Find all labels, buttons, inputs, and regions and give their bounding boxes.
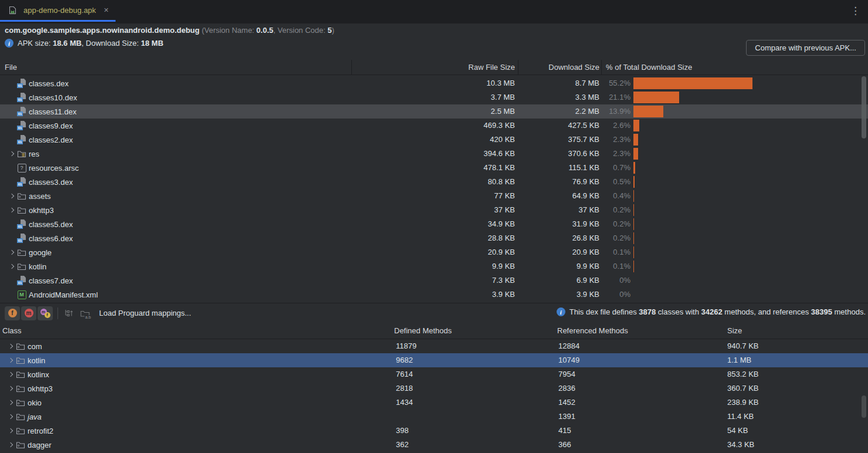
pct-of-total-value: 0.7%: [613, 161, 630, 175]
show-methods-toggle[interactable]: m: [21, 306, 36, 320]
raw-file-size-value: 7.3 KB: [492, 273, 515, 288]
download-size-label: , Download Size:: [82, 39, 141, 48]
raw-file-size-value: 3.7 MB: [491, 90, 515, 104]
dex-info-mid2: methods, and references: [723, 307, 811, 316]
folder-icon: [17, 248, 26, 257]
column-header-download-size[interactable]: Download Size: [548, 60, 599, 75]
chevron-right-icon[interactable]: [6, 344, 16, 348]
class-table-row[interactable]: dagger 362 366 34.3 KB: [0, 438, 868, 452]
raw-file-size-value: 20.9 KB: [488, 245, 515, 259]
chevron-right-icon[interactable]: [6, 359, 16, 362]
chevron-right-icon[interactable]: [7, 194, 17, 198]
close-icon[interactable]: ✕: [104, 7, 109, 13]
kebab-menu-icon[interactable]: ⋮: [850, 5, 860, 17]
pct-of-total-value: 0.2%: [613, 231, 630, 245]
file-name-cell: ? resources.arsc: [0, 161, 79, 175]
defined-methods-value: 1434: [396, 395, 413, 410]
class-table-row[interactable]: kotlin 9682 10749 1.1 MB: [0, 353, 868, 367]
class-table-row[interactable]: okhttp3 2818 2836 360.7 KB: [0, 381, 868, 395]
proguard-mappings-folder-icon[interactable]: a.b: [79, 308, 91, 319]
chevron-right-icon[interactable]: [6, 387, 16, 390]
column-header-size[interactable]: Size: [727, 323, 742, 339]
referenced-methods-value: 366: [558, 438, 571, 452]
chevron-right-icon[interactable]: [6, 443, 16, 447]
show-fields-toggle[interactable]: f: [5, 306, 20, 320]
file-table-scrollbar[interactable]: [862, 76, 866, 138]
file-table-row[interactable]: ? resources.arsc 478.1 KB 115.1 KB 0.7%: [0, 161, 868, 175]
file-name-cell: 01 classes6.dex: [0, 231, 73, 245]
chevron-right-icon[interactable]: [7, 265, 17, 268]
defined-methods-value: 362: [396, 438, 409, 452]
file-table-row[interactable]: 01 classes6.dex 28.8 KB 26.8 KB 0.2%: [0, 231, 868, 245]
chevron-right-icon[interactable]: [7, 208, 17, 212]
file-table-row[interactable]: google 20.9 KB 20.9 KB 0.1%: [0, 245, 868, 259]
file-table-row[interactable]: 01 classes2.dex 420 KB 375.7 KB 2.3%: [0, 133, 868, 147]
column-header-pct-of-total[interactable]: % of Total Download Size: [606, 60, 692, 75]
class-table-row[interactable]: com 11879 12884 940.7 KB: [0, 339, 868, 353]
column-header-file[interactable]: File: [5, 60, 17, 75]
dex-references-count: 38395: [811, 307, 832, 316]
file-table-row[interactable]: assets 77 KB 64.9 KB 0.4%: [0, 189, 868, 203]
referenced-methods-value: 1452: [558, 395, 575, 410]
apk-size-value: 18.6 MB: [53, 39, 82, 48]
compare-previous-apk-button[interactable]: Compare with previous APK...: [746, 40, 865, 56]
file-name: assets: [29, 192, 51, 201]
chevron-right-icon[interactable]: [7, 251, 17, 254]
file-name-cell: res: [0, 147, 39, 161]
file-table-row[interactable]: 01 classes3.dex 80.8 KB 76.9 KB 0.5%: [0, 175, 868, 189]
pct-of-total-value: 0.1%: [613, 245, 630, 259]
download-size-value: 64.9 KB: [572, 189, 599, 203]
file-table-body: 01 classes.dex 10.3 MB 8.7 MB 55.2% 01 c…: [0, 76, 868, 302]
size-value: 11.4 KB: [727, 410, 754, 424]
file-table-row[interactable]: kotlin 9.9 KB 9.9 KB 0.1%: [0, 259, 868, 273]
show-referenced-nodes-toggle[interactable]: m f: [38, 306, 53, 320]
download-pct-bar: [633, 92, 679, 103]
column-header-class[interactable]: Class: [2, 323, 22, 339]
dex-classes-count: 3878: [639, 307, 656, 316]
column-divider: [351, 60, 352, 75]
chevron-right-icon[interactable]: [6, 373, 16, 376]
column-header-raw-file-size[interactable]: Raw File Size: [469, 60, 515, 75]
raw-file-size-value: 420 KB: [490, 133, 515, 147]
download-pct-bar: [633, 148, 638, 160]
chevron-right-icon[interactable]: [7, 152, 17, 155]
file-table-row[interactable]: okhttp3 37 KB 37 KB 0.2%: [0, 203, 868, 217]
file-table-row[interactable]: 01 classes5.dex 34.9 KB 31.9 KB 0.2%: [0, 217, 868, 231]
file-table-row[interactable]: res 394.6 KB 370.6 KB 2.3%: [0, 147, 868, 161]
chevron-right-icon[interactable]: [6, 401, 16, 404]
dex-icon: 01: [17, 93, 26, 102]
dex-icon: 01: [17, 234, 26, 243]
file-table-row[interactable]: 01 classes10.dex 3.7 MB 3.3 MB 21.1%: [0, 90, 868, 104]
class-table-row[interactable]: okio 1434 1452 238.9 KB: [0, 395, 868, 410]
class-table-row[interactable]: retrofit2 398 415 54 KB: [0, 424, 868, 438]
class-table-row[interactable]: kotlinx 7614 7954 853.2 KB: [0, 367, 868, 381]
class-name-cell: com: [0, 339, 42, 353]
pct-of-total-value: 21.1%: [609, 90, 630, 104]
column-header-referenced-methods[interactable]: Referenced Methods: [557, 323, 628, 339]
chevron-right-icon[interactable]: [6, 429, 16, 432]
raw-file-size-value: 9.9 KB: [492, 259, 515, 273]
load-proguard-mappings-button[interactable]: Load Proguard mappings...: [99, 309, 191, 317]
file-table-row[interactable]: 01 classes.dex 10.3 MB 8.7 MB 55.2%: [0, 76, 868, 90]
pct-of-total-value: 2.6%: [613, 119, 630, 133]
tab-apk-file[interactable]: app-demo-debug.apk ✕: [0, 0, 116, 22]
download-size-value: 375.7 KB: [568, 133, 600, 147]
class-table-scrollbar[interactable]: [862, 395, 866, 418]
class-table-row[interactable]: java 1391 11.4 KB: [0, 410, 868, 424]
editor-tab-bar: app-demo-debug.apk ✕ ⋮: [0, 0, 868, 23]
file-table-row[interactable]: 01 classes9.dex 469.3 KB 427.5 KB 2.6%: [0, 119, 868, 133]
toolbar-divider: [57, 307, 58, 319]
column-header-defined-methods[interactable]: Defined Methods: [394, 323, 452, 339]
download-size-value: 9.9 KB: [577, 259, 599, 273]
file-table-row[interactable]: 01 classes11.dex 2.5 MB 2.2 MB 13.9%: [0, 104, 868, 119]
chevron-right-icon[interactable]: [6, 415, 16, 418]
download-pct-bar: [633, 120, 639, 131]
raw-file-size-value: 394.6 KB: [484, 147, 516, 161]
file-name-cell: 01 classes3.dex: [0, 175, 73, 189]
raw-file-size-value: 3.9 KB: [492, 288, 515, 302]
expand-tree-icon[interactable]: [63, 308, 74, 319]
file-table-row[interactable]: M AndroidManifest.xml 3.9 KB 3.9 KB 0%: [0, 288, 868, 302]
pct-of-total-value: 0%: [619, 288, 630, 302]
file-table-row[interactable]: 01 classes7.dex 7.3 KB 6.9 KB 0%: [0, 273, 868, 288]
file-name: classes6.dex: [29, 234, 73, 243]
